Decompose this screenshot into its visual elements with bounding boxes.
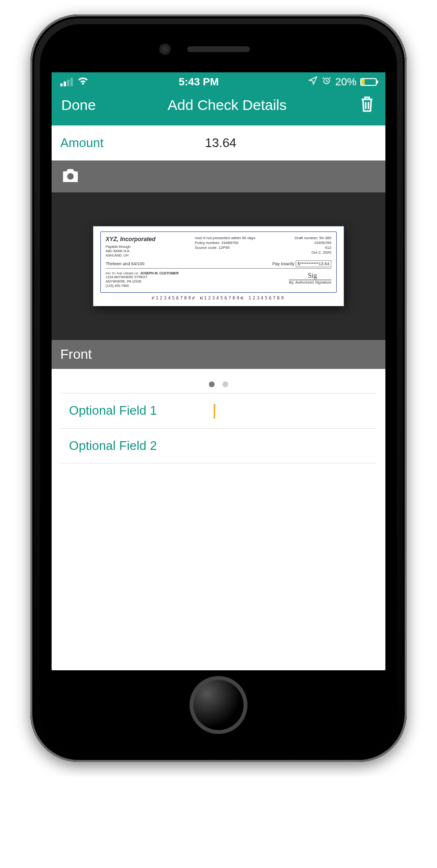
page-dot [209, 381, 215, 387]
phone-frame: 5:43 PM 20% Done Add Check Detail [30, 14, 407, 762]
wifi-icon [77, 75, 89, 89]
signal-icon [60, 78, 73, 86]
location-icon [308, 76, 318, 88]
optional-field-1-label: Optional Field 1 [69, 403, 194, 418]
check-micr: ⑈123456789⑈ ⑆123456789⑆ 123456789 [100, 293, 337, 301]
status-bar: 5:43 PM 20% [52, 72, 385, 90]
svg-point-1 [67, 173, 74, 180]
page-title: Add Check Details [167, 97, 287, 113]
amount-label: Amount [60, 136, 186, 150]
optional-field-2-label: Optional Field 2 [69, 438, 194, 453]
camera-button[interactable] [52, 161, 385, 192]
check-image: XYZ, Incorporated Payable through: ABC B… [93, 226, 344, 306]
optional-fields: Optional Field 1 Optional Field 2 [52, 393, 385, 463]
check-company: XYZ, Incorporated [106, 236, 155, 243]
text-cursor [214, 404, 215, 419]
optional-field-1-row[interactable]: Optional Field 1 [60, 393, 377, 429]
amount-value: 13.64 [205, 136, 377, 150]
top-bar: 5:43 PM 20% Done Add Check Detail [52, 72, 385, 125]
alarm-icon [322, 76, 331, 88]
done-button[interactable]: Done [61, 97, 96, 113]
page-dot [222, 381, 228, 387]
image-side-label: Front [52, 340, 385, 369]
optional-field-1-input[interactable] [214, 403, 368, 419]
optional-field-2-row[interactable]: Optional Field 2 [60, 429, 377, 463]
check-image-area[interactable]: XYZ, Incorporated Payable through: ABC B… [52, 192, 385, 340]
battery-icon [360, 78, 377, 86]
battery-pct: 20% [335, 76, 356, 88]
phone-speaker [187, 46, 250, 52]
camera-icon [60, 167, 81, 184]
nav-bar: Done Add Check Details [52, 90, 385, 125]
app-screen: 5:43 PM 20% Done Add Check Detail [52, 72, 385, 670]
status-time: 5:43 PM [178, 76, 218, 88]
page-indicator[interactable] [52, 369, 385, 393]
amount-row[interactable]: Amount 13.64 [52, 125, 385, 161]
delete-button[interactable] [358, 95, 376, 116]
home-button[interactable] [190, 676, 247, 734]
